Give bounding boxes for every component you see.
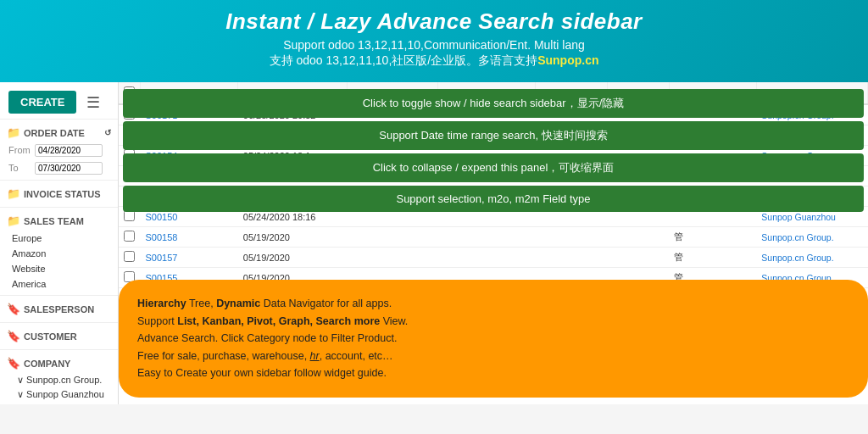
- sales-team-label: SALES TEAM: [24, 216, 84, 226]
- row-checkbox-cell: [119, 186, 141, 207]
- order-link[interactable]: S00154: [146, 151, 178, 161]
- sales-team-header[interactable]: 📁 SALES TEAM: [5, 211, 113, 231]
- row-checkbox[interactable]: [124, 190, 135, 201]
- date-from-input[interactable]: [35, 144, 103, 157]
- row-company: Sunpop.cn Group.: [756, 309, 867, 329]
- row-checkbox-cell: [119, 166, 141, 186]
- row-website: [608, 207, 669, 227]
- table-row: S00155 05/19/2020 管 Sunpop.cn Group.: [119, 288, 868, 309]
- row-delivery: [347, 125, 437, 146]
- row-expected: [438, 166, 536, 186]
- table-header-row: Order Number Order Date Delivery date Ex…: [119, 82, 868, 104]
- row-checkbox[interactable]: [124, 292, 135, 303]
- invoice-status-label: INVOICE STATUS: [24, 189, 101, 199]
- table-row: S00161 05/24/2020 18:16 Sunpop Guanzhou: [119, 186, 868, 207]
- row-expected: [438, 207, 536, 227]
- row-checkbox[interactable]: [124, 170, 135, 181]
- row-salesperson: 管: [669, 288, 756, 309]
- salesperson-header[interactable]: 🔖 SALESPERSON: [5, 299, 113, 319]
- bookmark-icon-company: 🔖: [7, 357, 20, 370]
- row-checkbox-cell: [119, 207, 141, 227]
- row-salesperson: [669, 186, 756, 207]
- row-checkbox[interactable]: [124, 312, 135, 323]
- sunpop-highlight: Sunpop.cn: [537, 53, 598, 67]
- sales-item-website[interactable]: Website: [5, 261, 113, 276]
- table-row: S00153 05/19/2020 管 Sunpop.cn Group.: [119, 329, 868, 349]
- tree-sunpop-guanzhou[interactable]: ∨ Sunpop Guanzhou: [5, 387, 113, 402]
- order-link[interactable]: S00150: [146, 212, 178, 222]
- row-company: Sunpop.cn Group.: [756, 349, 867, 370]
- row-delivery: [347, 288, 437, 309]
- order-link[interactable]: S00154: [146, 314, 178, 324]
- row-company: Sunpop Guanzhou: [756, 186, 867, 207]
- row-delivery: [347, 329, 437, 349]
- order-link[interactable]: S00155: [146, 131, 178, 141]
- date-from-row: From: [5, 142, 113, 159]
- row-company: Sunpop.cn Group.: [756, 227, 867, 248]
- order-link[interactable]: S00171: [146, 110, 178, 120]
- folder-icon: 📁: [7, 126, 20, 139]
- row-company: Sunpop.cn Group.: [756, 248, 867, 268]
- tree-sunpop-group[interactable]: ∨ Sunpop.cn Group.: [5, 373, 113, 387]
- order-link[interactable]: S00161: [146, 192, 178, 202]
- menu-icon: ☰: [86, 93, 100, 112]
- sales-item-europe[interactable]: Europe: [5, 231, 113, 246]
- row-checkbox[interactable]: [124, 149, 135, 160]
- row-salesperson: [669, 166, 756, 186]
- row-customer: [536, 125, 608, 146]
- invoice-status-header[interactable]: 📁 INVOICE STATUS: [5, 184, 113, 203]
- date-to-input[interactable]: [35, 162, 103, 175]
- table-body: S00171 06/28/2020 20:52 Sunpop.cn Group.…: [119, 104, 868, 370]
- row-order-id: S00158: [141, 227, 238, 248]
- order-link[interactable]: S00153: [146, 334, 178, 344]
- order-date-label: ORDER DATE: [24, 128, 85, 138]
- order-link[interactable]: S00151: [146, 354, 178, 364]
- col-order-number: Order Number: [141, 82, 238, 104]
- sidebar-section-salesperson: 🔖 SALESPERSON: [0, 295, 118, 322]
- from-label: From: [8, 145, 32, 155]
- orders-table: Order Number Order Date Delivery date Ex…: [119, 82, 868, 370]
- row-checkbox[interactable]: [124, 251, 135, 262]
- order-link[interactable]: S00155: [146, 293, 178, 303]
- tree-sunpop-hongkong[interactable]: Sunpop Hongkong: [5, 402, 113, 404]
- row-salesperson: [669, 104, 756, 125]
- sales-item-amazon[interactable]: Amazon: [5, 246, 113, 261]
- row-delivery: [347, 207, 437, 227]
- row-order-id: S00150: [141, 207, 238, 227]
- row-checkbox[interactable]: [124, 332, 135, 343]
- row-customer: [536, 248, 608, 268]
- sales-item-america[interactable]: America: [5, 276, 113, 292]
- create-button[interactable]: CREATE: [8, 91, 76, 114]
- row-checkbox-cell: [119, 248, 141, 268]
- order-link[interactable]: S00155: [146, 273, 178, 283]
- order-link[interactable]: S00158: [146, 232, 178, 242]
- row-checkbox[interactable]: [124, 210, 135, 221]
- row-expected: [438, 227, 536, 248]
- select-all-checkbox[interactable]: [124, 86, 135, 97]
- row-expected: [438, 125, 536, 146]
- row-expected: [438, 104, 536, 125]
- table-row: S00157 05/19/2020 管 Sunpop.cn Group.: [119, 248, 868, 268]
- row-salesperson: 管: [669, 268, 756, 288]
- row-order-id: S00155: [141, 125, 238, 146]
- row-delivery: [347, 349, 437, 370]
- company-header[interactable]: 🔖 COMPANY: [5, 353, 113, 373]
- order-link[interactable]: S00152: [146, 171, 178, 181]
- row-checkbox[interactable]: [124, 353, 135, 364]
- col-order-date: Order Date: [238, 82, 348, 104]
- order-date-header[interactable]: 📁 ORDER DATE ↺: [5, 123, 113, 142]
- customer-header[interactable]: 🔖 CUSTOMER: [5, 326, 113, 346]
- row-checkbox[interactable]: [124, 271, 135, 282]
- row-checkbox[interactable]: [124, 231, 135, 242]
- row-checkbox[interactable]: [124, 129, 135, 140]
- row-order-date: 05/18/202: [238, 349, 348, 370]
- row-company: Sunpop Guanzhou: [756, 207, 867, 227]
- col-website: Website: [608, 82, 669, 104]
- row-order-date: 05/19/2020: [238, 248, 348, 268]
- order-link[interactable]: S00157: [146, 253, 178, 263]
- row-checkbox-cell: [119, 104, 141, 125]
- col-company: Company: [756, 82, 867, 104]
- table-row: S00158 05/19/2020 管 Sunpop.cn Group.: [119, 227, 868, 248]
- row-checkbox[interactable]: [124, 108, 135, 120]
- row-delivery: [347, 227, 437, 248]
